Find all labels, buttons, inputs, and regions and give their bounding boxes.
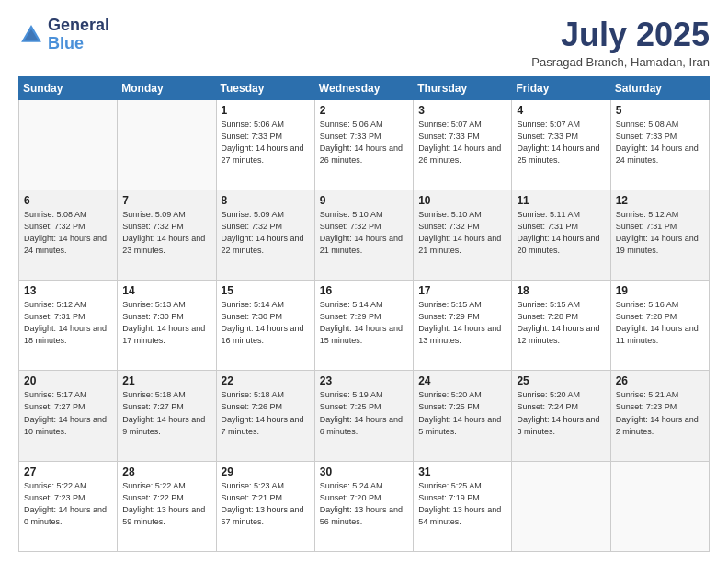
day-info: Sunrise: 5:12 AM Sunset: 7:31 PM Dayligh… [616,209,704,257]
day-number: 14 [122,284,210,297]
day-info: Sunrise: 5:20 AM Sunset: 7:25 PM Dayligh… [418,389,506,437]
table-row: 18Sunrise: 5:15 AM Sunset: 7:28 PM Dayli… [512,281,610,371]
table-row: 6Sunrise: 5:08 AM Sunset: 7:32 PM Daylig… [19,190,118,280]
day-number: 7 [122,194,210,207]
day-number: 15 [222,284,310,297]
col-saturday: Saturday [610,76,709,99]
table-row [19,99,118,190]
day-info: Sunrise: 5:11 AM Sunset: 7:31 PM Dayligh… [517,209,605,257]
day-info: Sunrise: 5:10 AM Sunset: 7:32 PM Dayligh… [320,209,408,257]
location: Pasragad Branch, Hamadan, Iran [531,55,710,69]
day-number: 29 [222,465,310,478]
table-row: 29Sunrise: 5:23 AM Sunset: 7:21 PM Dayli… [216,461,314,551]
table-row: 11Sunrise: 5:11 AM Sunset: 7:31 PM Dayli… [512,190,610,280]
day-number: 27 [24,465,112,478]
calendar-week-row: 27Sunrise: 5:22 AM Sunset: 7:23 PM Dayli… [19,461,710,551]
day-number: 28 [122,465,210,478]
day-info: Sunrise: 5:10 AM Sunset: 7:32 PM Dayligh… [418,209,506,257]
day-info: Sunrise: 5:25 AM Sunset: 7:19 PM Dayligh… [418,480,506,528]
logo: General Blue [18,17,109,53]
table-row: 22Sunrise: 5:18 AM Sunset: 7:26 PM Dayli… [216,371,314,461]
day-number: 17 [418,284,506,297]
day-number: 5 [616,104,704,117]
day-info: Sunrise: 5:18 AM Sunset: 7:26 PM Dayligh… [222,389,310,437]
table-row: 23Sunrise: 5:19 AM Sunset: 7:25 PM Dayli… [314,371,413,461]
calendar-week-row: 13Sunrise: 5:12 AM Sunset: 7:31 PM Dayli… [19,281,710,371]
table-row: 15Sunrise: 5:14 AM Sunset: 7:30 PM Dayli… [216,281,314,371]
day-info: Sunrise: 5:18 AM Sunset: 7:27 PM Dayligh… [122,389,210,437]
day-number: 30 [320,465,408,478]
logo-text-blue: Blue [48,35,109,53]
day-info: Sunrise: 5:13 AM Sunset: 7:30 PM Dayligh… [122,299,210,347]
day-info: Sunrise: 5:14 AM Sunset: 7:29 PM Dayligh… [320,299,408,347]
day-info: Sunrise: 5:07 AM Sunset: 7:33 PM Dayligh… [517,119,605,167]
table-row: 2Sunrise: 5:06 AM Sunset: 7:33 PM Daylig… [314,99,413,190]
day-number: 22 [222,374,310,387]
table-row: 7Sunrise: 5:09 AM Sunset: 7:32 PM Daylig… [118,190,216,280]
month-title: July 2025 [531,17,710,53]
day-info: Sunrise: 5:19 AM Sunset: 7:25 PM Dayligh… [320,389,408,437]
day-info: Sunrise: 5:06 AM Sunset: 7:33 PM Dayligh… [320,119,408,167]
day-info: Sunrise: 5:14 AM Sunset: 7:30 PM Dayligh… [222,299,310,347]
day-info: Sunrise: 5:12 AM Sunset: 7:31 PM Dayligh… [24,299,112,347]
day-number: 19 [616,284,704,297]
table-row: 17Sunrise: 5:15 AM Sunset: 7:29 PM Dayli… [414,281,512,371]
day-info: Sunrise: 5:23 AM Sunset: 7:21 PM Dayligh… [222,480,310,528]
table-row: 26Sunrise: 5:21 AM Sunset: 7:23 PM Dayli… [610,371,709,461]
table-row: 3Sunrise: 5:07 AM Sunset: 7:33 PM Daylig… [414,99,512,190]
table-row: 30Sunrise: 5:24 AM Sunset: 7:20 PM Dayli… [314,461,413,551]
day-info: Sunrise: 5:22 AM Sunset: 7:23 PM Dayligh… [24,480,112,528]
day-number: 16 [320,284,408,297]
day-number: 23 [320,374,408,387]
day-number: 1 [222,104,310,117]
day-number: 25 [517,374,605,387]
col-monday: Monday [118,76,216,99]
table-row: 16Sunrise: 5:14 AM Sunset: 7:29 PM Dayli… [314,281,413,371]
calendar-week-row: 20Sunrise: 5:17 AM Sunset: 7:27 PM Dayli… [19,371,710,461]
day-number: 9 [320,194,408,207]
table-row: 28Sunrise: 5:22 AM Sunset: 7:22 PM Dayli… [118,461,216,551]
day-info: Sunrise: 5:15 AM Sunset: 7:28 PM Dayligh… [517,299,605,347]
day-number: 3 [418,104,506,117]
table-row: 20Sunrise: 5:17 AM Sunset: 7:27 PM Dayli… [19,371,118,461]
table-row: 14Sunrise: 5:13 AM Sunset: 7:30 PM Dayli… [118,281,216,371]
table-row: 5Sunrise: 5:08 AM Sunset: 7:33 PM Daylig… [610,99,709,190]
title-block: July 2025 Pasragad Branch, Hamadan, Iran [531,17,710,69]
day-number: 6 [24,194,112,207]
table-row [118,99,216,190]
logo-text-general: General [48,17,109,35]
calendar-header-row: Sunday Monday Tuesday Wednesday Thursday… [19,76,710,99]
table-row [512,461,610,551]
col-friday: Friday [512,76,610,99]
day-number: 4 [517,104,605,117]
day-info: Sunrise: 5:06 AM Sunset: 7:33 PM Dayligh… [222,119,310,167]
table-row [610,461,709,551]
day-info: Sunrise: 5:08 AM Sunset: 7:33 PM Dayligh… [616,119,704,167]
table-row: 31Sunrise: 5:25 AM Sunset: 7:19 PM Dayli… [414,461,512,551]
day-number: 13 [24,284,112,297]
col-tuesday: Tuesday [216,76,314,99]
page: General Blue July 2025 Pasragad Branch, … [0,0,728,563]
table-row: 12Sunrise: 5:12 AM Sunset: 7:31 PM Dayli… [610,190,709,280]
table-row: 8Sunrise: 5:09 AM Sunset: 7:32 PM Daylig… [216,190,314,280]
day-info: Sunrise: 5:08 AM Sunset: 7:32 PM Dayligh… [24,209,112,257]
day-info: Sunrise: 5:15 AM Sunset: 7:29 PM Dayligh… [418,299,506,347]
day-number: 18 [517,284,605,297]
table-row: 13Sunrise: 5:12 AM Sunset: 7:31 PM Dayli… [19,281,118,371]
table-row: 25Sunrise: 5:20 AM Sunset: 7:24 PM Dayli… [512,371,610,461]
day-number: 21 [122,374,210,387]
day-info: Sunrise: 5:09 AM Sunset: 7:32 PM Dayligh… [222,209,310,257]
day-info: Sunrise: 5:09 AM Sunset: 7:32 PM Dayligh… [122,209,210,257]
col-thursday: Thursday [414,76,512,99]
day-info: Sunrise: 5:22 AM Sunset: 7:22 PM Dayligh… [122,480,210,528]
table-row: 19Sunrise: 5:16 AM Sunset: 7:28 PM Dayli… [610,281,709,371]
calendar-week-row: 6Sunrise: 5:08 AM Sunset: 7:32 PM Daylig… [19,190,710,280]
day-info: Sunrise: 5:21 AM Sunset: 7:23 PM Dayligh… [616,389,704,437]
header: General Blue July 2025 Pasragad Branch, … [18,17,710,69]
day-number: 26 [616,374,704,387]
day-info: Sunrise: 5:24 AM Sunset: 7:20 PM Dayligh… [320,480,408,528]
day-info: Sunrise: 5:16 AM Sunset: 7:28 PM Dayligh… [616,299,704,347]
table-row: 9Sunrise: 5:10 AM Sunset: 7:32 PM Daylig… [314,190,413,280]
table-row: 27Sunrise: 5:22 AM Sunset: 7:23 PM Dayli… [19,461,118,551]
day-number: 24 [418,374,506,387]
